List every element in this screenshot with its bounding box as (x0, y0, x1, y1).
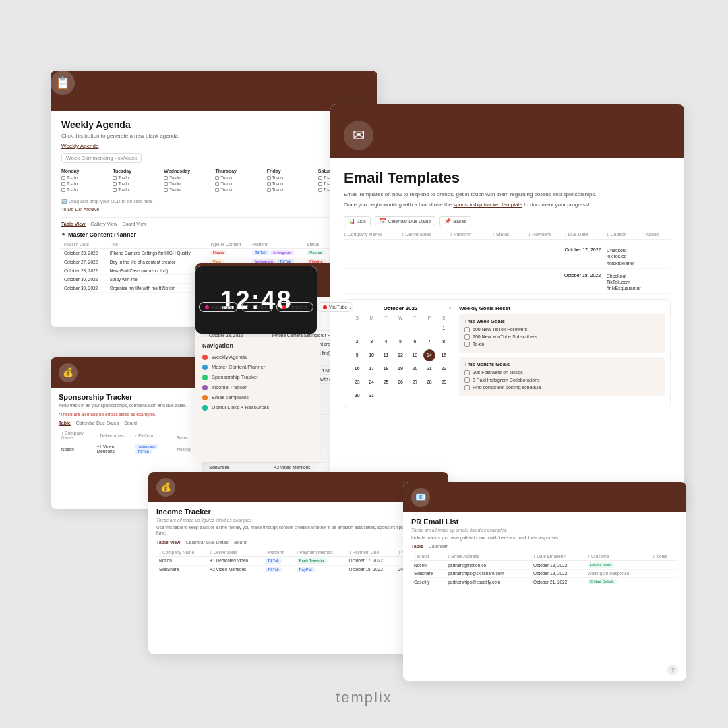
filter-1k[interactable]: 📊 1k/k (344, 216, 371, 226)
money-icon: 💰 (59, 363, 78, 382)
email-templates-card: ✉ Email Templates Email Templates on how… (330, 104, 684, 509)
filter-bases[interactable]: 📌 Bases (439, 216, 471, 226)
pr-helper: These are all made up emails listed as e… (411, 528, 678, 533)
tab-gallery[interactable]: Gallery View (91, 222, 117, 227)
income-table: ↕ Company Name ↕ Deliverables ↕ Platform… (156, 549, 440, 574)
nav-email-templates[interactable]: Email Templates (195, 392, 320, 402)
next-month[interactable]: › (449, 305, 451, 311)
navigation-card: Navigation Weekly Agenda Master Content … (195, 337, 320, 462)
drag-hint: 🔄 Drag and drop your OLD to-do lists her… (61, 199, 367, 204)
sponsorship-title: Sponsorship Tracker (59, 393, 194, 401)
nav-sponsorship[interactable]: Sponsorship Tracker (195, 372, 320, 382)
sponsorship-table: ↕ Company Name ↕ Deliverables ↕ Platform… (59, 429, 194, 456)
filter-row: 📊 1k/k 📅 Calendar Due Dates 📌 Bases (344, 216, 671, 226)
table-row: October 23, 2022 iPhone Camera Settings … (61, 249, 367, 257)
goal-checkbox-3[interactable] (464, 342, 470, 347)
clock-display: 12:48 (195, 266, 317, 334)
nav-income[interactable]: Income Tracker (195, 382, 320, 392)
pinterest-pill[interactable]: Pinterest (276, 302, 313, 312)
calendar-header: ‹ October 2022 › (350, 305, 451, 311)
table-row: Casetify partnerships@casetify.com Octob… (411, 578, 678, 586)
email-templates-desc2: Once you begin working with a brand use … (344, 201, 671, 208)
master-content-title: Master Content Planner (61, 231, 367, 238)
days-grid: Monday To-do To-do To-do Tuesday To-do T… (61, 169, 367, 193)
weekly-goals-label: This Week Goals (464, 318, 659, 324)
clock-card: 12:48 (195, 266, 317, 334)
weekly-agenda-subtitle: Click this button to generate a new blan… (61, 133, 367, 139)
pr-desc: Include brands you have gotten in touch … (411, 535, 678, 541)
nav-master-content[interactable]: Master Content Planner (195, 362, 320, 372)
monthly-checkbox-2[interactable] (464, 377, 470, 383)
tab-table[interactable]: Table View (61, 222, 86, 227)
goal-item-2: 200 New YouTube Subscribers (464, 334, 659, 340)
monthly-checkbox-3[interactable] (464, 385, 470, 390)
goals-title: Weekly Goals Reset (459, 305, 665, 311)
email-templates-desc1: Email Templates on how to respond to bra… (344, 191, 671, 198)
monthly-goal-3: Find consistent posting schedule (464, 385, 659, 390)
view-tabs: Table View Gallery View Board View (61, 222, 367, 227)
weekly-agenda-header: 📋 (51, 71, 377, 111)
income-title: Income Tracker (156, 508, 440, 516)
income-helper: These are all made up figures listed as … (156, 518, 440, 522)
envelope-icon: ✉ (353, 127, 365, 144)
weekly-agenda-title: Weekly Agenda (61, 119, 367, 130)
tab-board-sponsor[interactable]: Board (124, 421, 137, 426)
goal-checkbox-1[interactable] (464, 327, 470, 332)
day-tuesday: Tuesday To-do To-do To-do (113, 169, 161, 193)
nav-useful-links[interactable]: Useful Links + Resources (195, 402, 320, 413)
day-monday: Monday To-do To-do To-do (61, 169, 110, 193)
table-row: Notion partners@notion.co October 18, 20… (411, 561, 678, 570)
income-icon: 💰 (156, 478, 175, 497)
email-templates-header: ✉ (330, 104, 684, 158)
email-templates-body: Email Templates Email Templates on how t… (330, 158, 684, 419)
goal-checkbox-2[interactable] (464, 334, 470, 340)
day-thursday: Thursday To-do To-do To-do (215, 169, 264, 193)
day-friday: Friday To-do To-do To-do (267, 169, 315, 193)
table-row: Skillshare partnerships@skillshare.com O… (411, 570, 678, 578)
filter-calendar[interactable]: 📅 Calendar Due Dates (375, 216, 435, 226)
sponsorship-desc: Keep track of all your sponsorships, com… (59, 403, 194, 408)
calendar-days-header: SMTWTFS (350, 315, 451, 320)
tab-calendar-sponsor[interactable]: Calendar Due Dates (76, 421, 119, 426)
calendar-month: October 2022 (384, 305, 418, 311)
tab-calendar-pr[interactable]: Calendar (429, 544, 448, 549)
table-data-row-2: October 18, 2022 Checkout TikTok.com #ni… (344, 271, 671, 294)
calendar-days: 1 2345678 9101112131415 16171819202122 2… (350, 322, 451, 402)
table-col-headers: ↕ Company Name ↕ Deliverables ↕ Platform… (344, 232, 671, 240)
tab-table-sponsor[interactable]: Table (59, 421, 71, 426)
table-data-row-1: October 17, 2022 Checkout TikTok.co #nic… (344, 245, 671, 268)
nav-weekly-agenda[interactable]: Weekly Agenda (195, 352, 320, 362)
day-wednesday: Wednesday To-do To-do To-do (164, 169, 212, 193)
navigation-title: Navigation (195, 337, 320, 352)
sponsorship-header: 💰 (51, 357, 202, 388)
monthly-goals-block: This Months Goals 20k Followers on TikTo… (459, 357, 665, 396)
weekly-goals-block: This Week Goals 500 New TikTok Followers… (459, 314, 665, 353)
monthly-checkbox-1[interactable] (464, 370, 470, 375)
instagram-pill[interactable]: Instagram (199, 302, 238, 312)
tab-table-pr[interactable]: Table (411, 544, 423, 549)
monthly-goal-2: 3 Paid Instagram Collaborations (464, 377, 659, 383)
table-row: Notion +1 Video Mentions Instagram TikTo… (59, 442, 194, 456)
tiktok-pill[interactable]: TikTok (241, 302, 273, 312)
weekly-agenda-nav[interactable]: Weekly Agenda (61, 143, 367, 149)
email-icon-container: ✉ (344, 121, 373, 150)
pr-email-list-card: 📧 PR Email List These are all made up em… (403, 482, 686, 681)
sponsorship-note: *These are all made up emails listed as … (59, 412, 194, 417)
tab-board[interactable]: Board View (123, 222, 147, 227)
monthly-goals-label: This Months Goals (464, 361, 659, 367)
income-desc: Use this table to keep track of all the … (156, 525, 440, 537)
email-templates-title: Email Templates (344, 169, 671, 187)
today-marker: 14 (423, 349, 435, 361)
monthly-goal-1: 20k Followers on TikTok (464, 370, 659, 375)
tab-calendar-income[interactable]: Calendar Due Dates (186, 540, 229, 545)
youtube-pill[interactable]: YouTube (317, 302, 354, 312)
todo-archive-link[interactable]: To Do List Archive (61, 207, 367, 212)
tab-table-income[interactable]: Table View (156, 540, 181, 545)
pr-title: PR Email List (411, 518, 678, 526)
tab-board-income[interactable]: Board (234, 540, 247, 545)
help-button-pr[interactable]: ? (667, 665, 678, 675)
pr-email-table: ↕ Brand ↕ Email Address ↕ Date Emailed? … (411, 553, 678, 586)
pr-body: PR Email List These are all made up emai… (403, 512, 686, 592)
table-row: Notion +1 Dedicated Video TikTok Bank Tr… (156, 556, 440, 565)
pr-header: 📧 (403, 482, 686, 512)
